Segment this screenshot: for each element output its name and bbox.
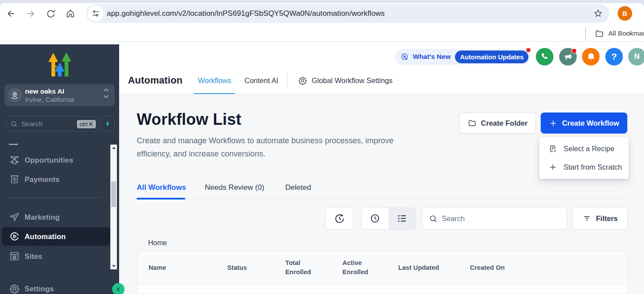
workflow-search-input[interactable]: Search [422,207,567,229]
bookmarks-divider [585,28,586,39]
reload-icon [46,9,55,18]
scrollbar-down-arrow[interactable] [110,263,117,269]
location-switcher[interactable]: new oaks AI Irvine, California [4,84,115,106]
create-workflow-button[interactable]: Create Workflow [541,113,627,134]
whats-new-icon [400,53,409,61]
list-view-button[interactable] [389,208,415,229]
create-workflow-label: Create Workflow [562,119,619,127]
automation-updates-badge[interactable]: Automation Updates [455,51,528,63]
settings-gear-icon [9,283,20,294]
table-header-row: Name Status Total Enrolled Active Enroll… [138,251,627,284]
announcements-notification-dot [571,48,577,54]
sidebar: new oaks AI Irvine, California Search ct… [0,44,119,294]
sidebar-search-input[interactable]: Search ctrl K [6,116,98,131]
sidebar-divider [8,197,102,198]
user-avatar[interactable]: N [628,48,644,65]
browser-back-button[interactable] [4,6,18,21]
browser-chrome: app.gohighlevel.com/v2/location/lnPS691g… [0,0,644,42]
location-avatar [7,88,22,102]
sidebar-item-label: Payments [25,175,60,184]
sidebar-item-settings[interactable]: Settings [0,279,110,294]
enrollment-history-button[interactable] [325,207,353,229]
list-icon [397,213,408,224]
scrolled-item-fragment [9,144,18,145]
all-bookmarks-button[interactable]: All Bookmarks [585,25,644,41]
tab-all-workflows[interactable]: All Workflows [137,183,186,192]
sidebar-item-label: Sites [25,252,42,261]
tab-deleted[interactable]: Deleted [285,183,311,192]
scrollbar-up-arrow[interactable] [110,145,117,151]
phone-icon [540,52,549,61]
active-tab-underline [137,198,185,200]
location-pin-icon [11,91,19,99]
filters-label: Filters [596,214,618,223]
browser-home-button[interactable] [63,6,78,21]
filters-button[interactable]: Filters [572,207,628,229]
tab-workflows[interactable]: Workflows [198,76,231,85]
create-workflow-menu: Select a Recipe Start from Scratch [539,137,629,179]
star-icon [593,9,603,18]
sidebar-item-sites[interactable]: Sites [0,247,110,265]
browser-profile-avatar[interactable]: B [618,6,632,21]
sidebar-scrollbar[interactable] [110,145,117,269]
site-settings-chip[interactable] [87,5,104,22]
global-workflow-settings-link[interactable]: Global Workflow Settings [298,76,393,85]
page-title: Workflow List [137,110,241,129]
column-header-total-enrolled[interactable]: Total Enrolled [285,258,320,277]
global-workflow-settings-label: Global Workflow Settings [312,76,393,85]
search-icon [429,214,437,223]
gohighlevel-logo [48,52,71,76]
tab-content-ai[interactable]: Content AI [244,76,278,85]
location-name: new oaks AI [25,87,64,95]
notifications-button[interactable] [582,48,600,65]
column-header-last-updated[interactable]: Last Updated [398,264,470,271]
sidebar-item-label: Settings [25,285,54,293]
sidebar-item-label: Automation [25,232,66,241]
browser-forward-button[interactable] [23,6,38,21]
plus-icon [549,119,557,127]
workflow-list-tabs: All Workflows Needs Review (0) Deleted [137,180,628,200]
view-toggle-group [361,207,416,229]
help-button[interactable]: ? [605,48,623,65]
whats-new-pill[interactable]: What's New Automation Updates [395,49,530,65]
sidebar-item-payments[interactable]: Payments [0,170,110,189]
browser-reload-button[interactable] [43,6,58,21]
sidebar-item-automation[interactable]: Automation [2,227,110,246]
sidebar-collapse-button[interactable] [112,283,124,294]
main-content: Workflow List Create and manage Workflow… [119,94,644,294]
automation-icon [9,231,20,242]
column-header-name[interactable]: Name [149,264,227,271]
filter-icon [582,214,591,223]
chevron-left-icon [116,287,121,292]
column-header-created-on[interactable]: Created On [470,264,627,271]
table-body [138,284,627,294]
breadcrumb-home[interactable]: Home [148,239,167,247]
bookmarks-folder-icon [595,29,604,38]
lightning-bolt-icon [104,120,112,127]
tabs-hairline [137,199,628,199]
search-shortcut-badge: ctrl K [77,120,96,128]
question-mark-icon: ? [611,51,617,62]
quick-actions-button[interactable] [101,116,115,131]
scrollbar-thumb[interactable] [111,181,116,207]
page-description: Create and manage Workflows to automate … [137,134,409,160]
sidebar-item-label: Opportunities [25,156,73,164]
address-bar[interactable]: app.gohighlevel.com/v2/location/lnPS691g… [86,4,609,23]
bookmark-star-button[interactable] [593,9,603,18]
search-placeholder: Search [442,214,465,223]
sidebar-item-opportunities[interactable]: Opportunities [0,151,110,169]
list-toolbar: Search Filters [325,207,628,229]
url-text[interactable]: app.gohighlevel.com/v2/location/lnPS691g… [107,9,385,18]
sidebar-item-marketing[interactable]: Marketing [0,208,110,226]
column-header-status[interactable]: Status [227,264,285,271]
pending-view-button[interactable] [362,208,389,229]
folder-icon [468,119,477,127]
phone-button[interactable] [536,48,553,65]
history-clock-icon [334,213,345,224]
tab-needs-review[interactable]: Needs Review (0) [205,183,264,192]
menu-item-start-from-scratch[interactable]: Start from Scratch [539,160,629,174]
create-folder-button[interactable]: Create Folder [459,113,536,134]
column-header-active-enrolled[interactable]: Active Enrolled [342,258,378,277]
menu-item-select-recipe[interactable]: Select a Recipe [539,142,629,156]
menu-item-label: Select a Recipe [564,145,615,153]
